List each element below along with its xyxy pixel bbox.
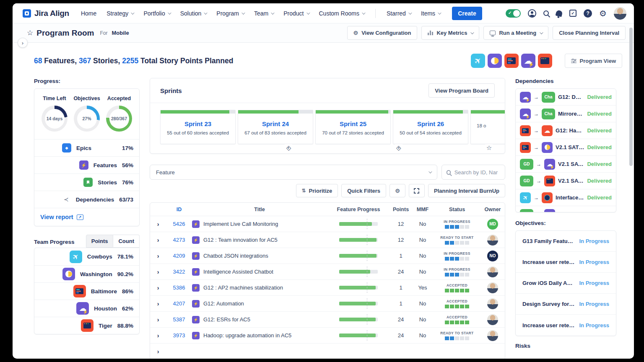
expand-row-chevron[interactable]: › [150, 253, 166, 259]
table-settings-button[interactable]: ⚙ [390, 184, 405, 197]
owner-avatar[interactable]: MD [487, 219, 498, 230]
nav-item-portfolio[interactable]: Portfolio [143, 10, 170, 17]
favorite-star-icon[interactable]: ☆ [27, 28, 33, 37]
dependency-name[interactable]: Interface: P... [556, 194, 584, 201]
column-feature-progress[interactable]: Feature Progress [327, 207, 390, 212]
nav-item-home[interactable]: Home [81, 10, 96, 17]
status-toggle[interactable] [506, 9, 521, 18]
feature-id-link[interactable]: 4209 [166, 253, 192, 259]
dependency-name[interactable]: V2.1 SAT ... [558, 178, 584, 184]
column-title[interactable]: Title [192, 207, 327, 212]
help-icon[interactable] [584, 9, 592, 18]
feature-id-link[interactable]: 3422 [166, 269, 192, 275]
expand-row-chevron[interactable]: › [150, 284, 166, 291]
feature-id-link[interactable]: 4273 [166, 237, 192, 243]
prioritize-button[interactable]: ⇅Prioritize [296, 184, 338, 197]
expand-row-chevron[interactable]: › [150, 316, 166, 323]
view-report-link[interactable]: View report [40, 214, 73, 220]
sprint-26-link[interactable]: Sprint 26 [397, 120, 465, 127]
column-mmf[interactable]: MMF [412, 207, 434, 212]
nav-item-items[interactable]: Items [421, 10, 440, 17]
nav-item-team[interactable]: Team [254, 10, 273, 17]
feature-id-link[interactable]: 3973 [166, 332, 192, 339]
chevron-down-icon [471, 31, 474, 34]
owner-avatar[interactable] [487, 235, 498, 246]
jira-align-logo[interactable]: Jira Align [23, 9, 69, 18]
column-status[interactable]: Status [434, 207, 480, 212]
run-a-meeting-button[interactable]: Run a Meeting [483, 26, 548, 40]
nav-item-strategy[interactable]: Strategy [106, 10, 133, 17]
column-points[interactable]: Points [390, 207, 412, 212]
search-input[interactable] [454, 169, 501, 176]
feature-id-link[interactable]: 4207 [166, 300, 192, 307]
expand-row-chevron[interactable]: › [150, 348, 166, 355]
notifications-bell-icon[interactable] [556, 10, 563, 17]
objective-name[interactable]: Grow iOS Daily Active ... [522, 280, 575, 286]
feature-id-link[interactable]: 5426 [166, 221, 192, 227]
expand-row-chevron[interactable]: › [150, 332, 166, 339]
account-icon[interactable] [528, 9, 536, 18]
expand-row-chevron[interactable]: › [150, 237, 166, 243]
search-icon[interactable] [543, 10, 549, 16]
nav-item-program[interactable]: Program [216, 10, 244, 17]
context-selector[interactable]: Mobile [112, 30, 129, 36]
scrollbar-thumb[interactable] [629, 28, 633, 166]
dependency-name[interactable]: V2.1 SAT - ... [556, 144, 584, 150]
owner-avatar[interactable]: NO [487, 251, 498, 261]
dependency-name[interactable]: Mirrored ... [558, 111, 584, 117]
progress-row-stories[interactable]: Stories 76% [34, 173, 139, 191]
nav-item-starred[interactable]: Starred [387, 10, 411, 17]
tab-points[interactable]: Points [86, 235, 114, 248]
program-view-button[interactable]: Program View [565, 54, 622, 68]
create-button[interactable]: Create [452, 7, 482, 20]
progress-row-epics[interactable]: Epics 17% [34, 139, 139, 156]
settings-gear-icon[interactable]: ⚙ [599, 9, 607, 18]
user-avatar[interactable] [614, 7, 626, 20]
owner-avatar[interactable] [487, 298, 498, 309]
quick-filters-button[interactable]: Quick Filters [341, 184, 386, 197]
owner-avatar[interactable] [487, 314, 498, 325]
risks-label: Risks [515, 343, 616, 349]
chevron-down-icon [428, 170, 432, 173]
close-planning-interval-button[interactable]: Close Planning Interval [553, 26, 626, 40]
owner-avatar[interactable] [487, 282, 498, 293]
key-metrics-button[interactable]: Key Metrics [421, 26, 479, 40]
progress-row-features[interactable]: Features 56% [34, 156, 139, 173]
sprint-24-link[interactable]: Sprint 24 [242, 120, 309, 127]
team-row-cowboys[interactable]: Cowboys 78.1% [34, 248, 139, 265]
view-configuration-button[interactable]: ⚙View Configuration [347, 26, 418, 40]
column-owner[interactable]: Owner [480, 207, 505, 212]
dependency-name[interactable]: G12: DB c... [558, 94, 584, 100]
nav-item-custom-rooms[interactable]: Custom Rooms [319, 10, 364, 17]
expand-row-chevron[interactable]: › [150, 300, 166, 307]
expand-row-chevron[interactable]: › [150, 269, 166, 275]
tasks-checkbox-icon[interactable] [569, 10, 576, 17]
progress-row-dependencies[interactable]: Dependencies 63/73 [34, 191, 139, 208]
nav-item-product[interactable]: Product [283, 10, 309, 17]
objective-name[interactable]: Design Survey for Call... [522, 301, 575, 307]
item-type-select[interactable]: Feature [150, 165, 437, 180]
objective-name[interactable]: Increase user retentio... [522, 259, 575, 265]
sprint-23-link[interactable]: Sprint 23 [164, 120, 232, 127]
column-id[interactable]: ID [166, 207, 192, 212]
feature-id-link[interactable]: 5386 [166, 284, 192, 291]
nav-item-solution[interactable]: Solution [180, 10, 207, 17]
owner-avatar[interactable] [487, 266, 498, 277]
owner-avatar[interactable] [487, 330, 498, 341]
team-row-baltimore[interactable]: Baltimore 86% [34, 282, 139, 300]
sprint-25-link[interactable]: Sprint 25 [319, 120, 387, 127]
objective-name[interactable]: G13 Family Feature for... [522, 238, 575, 244]
view-program-board-button[interactable]: View Program Board [428, 83, 495, 98]
dependency-name[interactable]: G12: Hadoo... [556, 127, 584, 134]
sidebar-expand-handle[interactable]: › [18, 38, 28, 48]
expand-table-button[interactable] [409, 184, 425, 197]
feature-id-link[interactable]: 5387 [166, 316, 192, 323]
team-row-washington[interactable]: Washington 90.2% [34, 265, 139, 282]
dependency-name[interactable]: V2.1 SAT ... [558, 161, 584, 167]
planning-interval-burnup-button[interactable]: Planning Interval BurnUp [428, 184, 505, 197]
objective-name[interactable]: Increase user retentio... [522, 322, 575, 328]
team-row-tiger[interactable]: Tiger 88.8% [34, 317, 139, 334]
team-row-houston[interactable]: Houston 62% [34, 300, 139, 317]
expand-row-chevron[interactable]: › [150, 221, 166, 228]
tab-count[interactable]: Count [113, 235, 140, 248]
